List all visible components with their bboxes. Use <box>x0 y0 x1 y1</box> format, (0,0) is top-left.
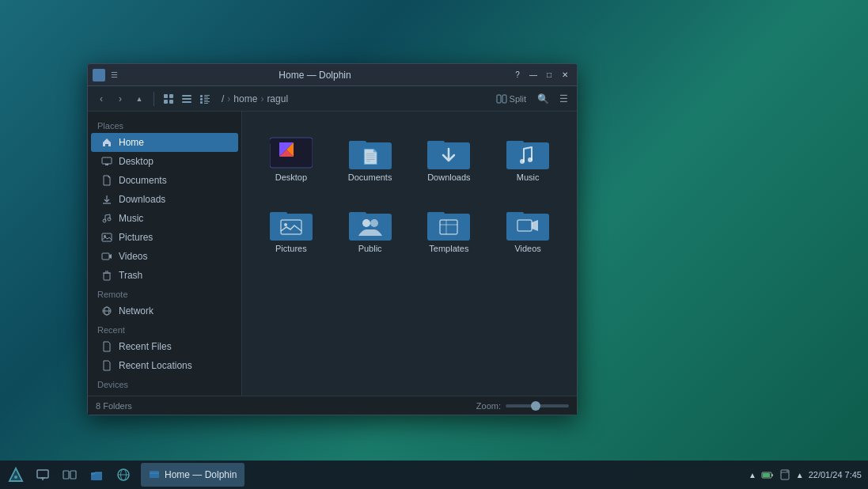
sidebar-item-recent-locations-label: Recent Locations <box>119 360 192 371</box>
file-item-music[interactable]: Music <box>491 124 564 189</box>
show-desktop-button[interactable] <box>30 462 55 487</box>
file-item-public[interactable]: Public <box>334 195 407 260</box>
svg-rect-14 <box>204 101 210 102</box>
start-button[interactable] <box>3 462 28 487</box>
sidebar-item-trash[interactable]: Trash <box>91 266 238 285</box>
svg-rect-15 <box>204 103 208 104</box>
svg-text:📄: 📄 <box>362 148 380 165</box>
svg-rect-42 <box>427 141 445 146</box>
window-controls: ? — □ ✕ <box>510 68 572 82</box>
music-icon <box>100 212 113 225</box>
svg-rect-1 <box>169 94 173 98</box>
tray-up-arrow2[interactable]: ▲ <box>796 471 804 480</box>
root-icon <box>100 395 113 396</box>
sidebar-item-network[interactable]: Network <box>91 301 238 320</box>
view-buttons <box>160 90 214 108</box>
sidebar-item-documents[interactable]: Documents <box>91 171 238 190</box>
sidebar-item-network-label: Network <box>119 305 154 317</box>
zoom-section: Zoom: <box>476 401 569 411</box>
recent-label: Recent <box>88 320 241 337</box>
svg-point-45 <box>520 159 525 164</box>
breadcrumb-root[interactable]: / <box>222 93 224 104</box>
list-view-button[interactable] <box>178 90 195 108</box>
sidebar-item-home[interactable]: Home <box>91 133 238 152</box>
svg-rect-23 <box>102 233 112 241</box>
svg-rect-2 <box>164 100 168 104</box>
pager-button[interactable] <box>57 462 82 487</box>
svg-rect-48 <box>270 212 287 217</box>
taskbar-right: ▲ ▲ 22/01/24 7:45 <box>749 468 868 481</box>
svg-rect-55 <box>427 214 470 241</box>
svg-rect-10 <box>200 98 203 100</box>
breadcrumb-user[interactable]: ragul <box>267 93 288 104</box>
svg-rect-43 <box>506 142 549 169</box>
sidebar-item-downloads-label: Downloads <box>119 194 165 205</box>
sidebar-item-recent-files-label: Recent Files <box>119 341 172 352</box>
menu-button[interactable]: ☰ <box>555 90 572 108</box>
close-button[interactable]: ✕ <box>558 68 572 82</box>
sidebar-item-root[interactable]: root <box>91 392 238 396</box>
file-item-videos[interactable]: Videos <box>491 195 564 260</box>
app-icon <box>93 69 105 82</box>
svg-rect-16 <box>497 95 501 103</box>
icon-view-button[interactable] <box>160 90 177 108</box>
svg-rect-52 <box>349 212 366 217</box>
svg-point-50 <box>284 223 287 226</box>
file-item-desktop[interactable]: Desktop <box>255 124 328 189</box>
svg-rect-9 <box>204 97 208 97</box>
help-button[interactable]: ? <box>510 68 525 82</box>
svg-rect-56 <box>427 212 445 217</box>
file-grid: Desktop 📄 Documents Downloads <box>242 112 577 396</box>
documents-icon <box>100 174 113 187</box>
svg-point-53 <box>362 219 370 227</box>
file-manager-taskbar-button[interactable] <box>84 462 109 487</box>
svg-rect-61 <box>506 212 524 217</box>
videos-icon <box>100 250 113 263</box>
sidebar-item-desktop-label: Desktop <box>119 156 154 167</box>
svg-rect-19 <box>105 164 108 165</box>
split-label: Split <box>510 94 526 104</box>
svg-rect-4 <box>182 95 191 97</box>
svg-point-65 <box>14 476 17 479</box>
browser-taskbar-button[interactable] <box>111 462 136 487</box>
svg-rect-6 <box>182 101 191 103</box>
file-item-pictures[interactable]: Pictures <box>255 195 328 260</box>
file-item-documents[interactable]: 📄 Documents <box>334 124 407 189</box>
svg-point-82 <box>787 471 788 472</box>
svg-rect-26 <box>104 273 110 280</box>
tray-up-arrow[interactable]: ▲ <box>749 471 756 480</box>
sidebar-item-videos[interactable]: Videos <box>91 247 238 266</box>
file-item-downloads-name: Downloads <box>427 172 470 182</box>
svg-rect-7 <box>200 95 203 97</box>
split-button[interactable]: Split <box>491 93 531 105</box>
maximize-button[interactable]: □ <box>542 68 556 82</box>
minimize-button[interactable]: — <box>526 68 540 82</box>
file-item-downloads[interactable]: Downloads <box>413 124 486 189</box>
file-item-templates[interactable]: Templates <box>413 195 486 260</box>
sidebar-item-downloads[interactable]: Downloads <box>91 190 238 209</box>
up-button[interactable]: ▲ <box>131 90 148 108</box>
content-area: Places Home Desktop Documents <box>88 112 577 396</box>
forward-button[interactable]: › <box>112 90 129 108</box>
sidebar-item-recent-files[interactable]: Recent Files <box>91 337 238 356</box>
sidebar-item-pictures[interactable]: Pictures <box>91 228 238 247</box>
svg-rect-44 <box>506 141 524 146</box>
sidebar-item-trash-label: Trash <box>119 270 142 281</box>
network-icon <box>100 305 113 317</box>
search-button[interactable]: 🔍 <box>534 90 552 108</box>
back-button[interactable]: ‹ <box>93 90 110 108</box>
zoom-thumb[interactable] <box>531 401 540 411</box>
sidebar-item-music[interactable]: Music <box>91 209 238 228</box>
datetime: 22/01/24 7:45 <box>809 470 862 480</box>
titlebar-menu-btn[interactable]: ☰ <box>108 70 119 81</box>
zoom-slider[interactable] <box>506 404 569 408</box>
sidebar-item-desktop[interactable]: Desktop <box>91 152 238 171</box>
detail-view-button[interactable] <box>196 90 214 108</box>
svg-rect-39 <box>349 141 366 146</box>
sidebar: Places Home Desktop Documents <box>88 112 242 396</box>
sidebar-item-recent-locations[interactable]: Recent Locations <box>91 356 238 375</box>
taskbar-app-dolphin[interactable]: Home — Dolphin <box>141 463 244 487</box>
svg-rect-70 <box>70 471 76 479</box>
file-item-pictures-name: Pictures <box>275 244 307 253</box>
breadcrumb-home[interactable]: home <box>233 93 257 104</box>
